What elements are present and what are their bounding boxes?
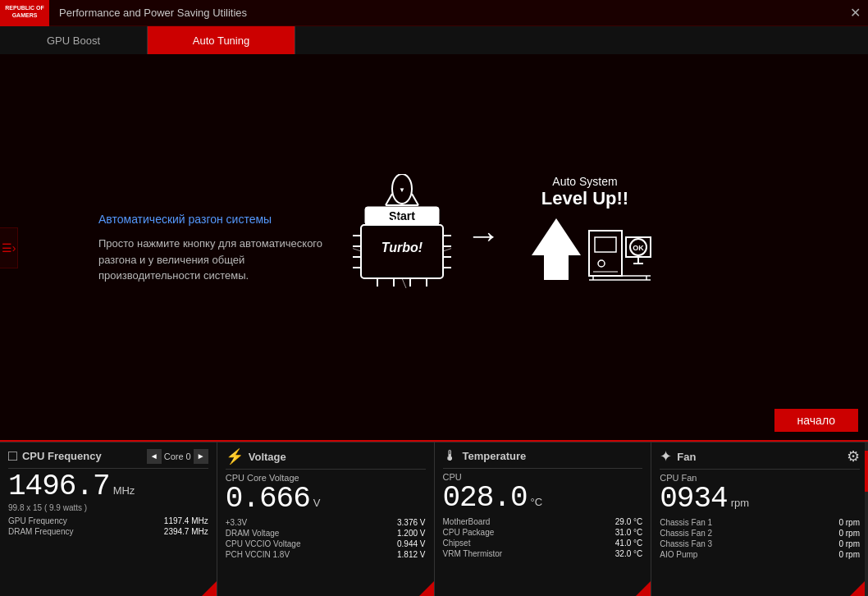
voltage-header: ⚡ Voltage	[226, 447, 426, 470]
gear-icon[interactable]: ⚙	[847, 447, 860, 465]
voltage-row-0-label: +3.3V	[226, 518, 247, 527]
svg-line-29	[402, 278, 406, 288]
stats-bar: □ CPU Frequency ◄ Core 0 ► 1496.7 MHz 99…	[0, 442, 868, 596]
svg-marker-32	[532, 218, 581, 280]
voltage-big-unit: V	[313, 497, 321, 509]
voltage-title: Voltage	[249, 451, 286, 463]
temp-row-3: VRM Thermistor 32.0 °C	[443, 548, 643, 559]
title-bar: REPUBLIC OF GAMERS Performance and Power…	[0, 0, 868, 26]
cpu-row-0: GPU Frequency 1197.4 MHz	[8, 516, 208, 526]
voltage-icon: ⚡	[226, 447, 244, 465]
voltage-row-1-value: 1.200 V	[397, 529, 425, 538]
tab-bar: GPU Boost Auto Tuning	[0, 26, 868, 54]
cpu-nav-label: Core 0	[164, 452, 191, 461]
svg-text:REPUBLIC OF: REPUBLIC OF	[5, 5, 44, 11]
fan-row-1: Chassis Fan 2 0 rpm	[660, 528, 860, 539]
voltage-row-2-value: 0.944 V	[397, 539, 425, 548]
svg-text:Turbo!: Turbo!	[381, 241, 423, 254]
cpu-row-1: DRAM Frequency 2394.7 MHz	[8, 526, 208, 537]
temp-row-0: MotherBoard 29.0 °C	[443, 516, 643, 527]
levelup-area: Auto System Level Up!! OK	[515, 175, 655, 296]
voltage-row-3: PCH VCCIN 1.8V 1.812 V	[226, 549, 426, 560]
levelup-label2: Level Up!!	[541, 188, 628, 209]
cpu-row-0-value: 1197.4 MHz	[164, 516, 208, 525]
temp-header: 🌡 Temperature	[443, 447, 643, 469]
start-chip: ▼ Start	[353, 174, 451, 297]
cpu-row-0-label: GPU Frequency	[8, 516, 67, 525]
text-block: Автоматический разгон системы Просто наж…	[98, 213, 328, 284]
levelup-svg: OK	[515, 214, 655, 296]
scroll-bar	[865, 442, 868, 596]
voltage-row-2: CPU VCCIO Voltage 0.944 V	[226, 539, 426, 549]
svg-line-5	[412, 194, 418, 205]
svg-line-31	[443, 248, 451, 251]
voltage-row-3-value: 1.812 V	[397, 550, 425, 559]
svg-text:Start: Start	[389, 209, 415, 222]
levelup-label1: Auto System	[552, 175, 617, 188]
cpu-big-value: 1496.7	[8, 472, 110, 502]
voltage-row-0-value: 3.376 V	[397, 518, 425, 527]
voltage-big-value: 0.666	[226, 484, 310, 514]
fan-section: ✦ Fan ⚙ CPU Fan 0934 rpm Chassis Fan 1 0…	[651, 442, 868, 596]
svg-line-4	[386, 194, 392, 205]
svg-rect-34	[595, 237, 616, 252]
temp-red-triangle	[634, 581, 651, 596]
fan-row-3: AIO Pump 0 rpm	[660, 549, 860, 560]
tab-gpu-boost[interactable]: GPU Boost	[0, 26, 148, 54]
temp-title: Temperature	[463, 450, 527, 462]
cpu-nav: ◄ Core 0 ►	[147, 449, 208, 464]
cpu-section: □ CPU Frequency ◄ Core 0 ► 1496.7 MHz 99…	[0, 442, 217, 596]
cpu-nav-prev[interactable]: ◄	[147, 449, 162, 464]
temp-section: 🌡 Temperature CPU 028.0 °C MotherBoard 2…	[435, 442, 652, 596]
cpu-sub-info: 99.8 x 15 ( 9.9 watts )	[8, 503, 208, 512]
voltage-big-row: 0.666 V	[226, 484, 426, 514]
side-handle[interactable]: ☰›	[0, 227, 18, 268]
red-triangle	[200, 581, 217, 596]
temp-row-2: Chipset 41.0 °C	[443, 538, 643, 548]
temp-big-unit: °C	[531, 496, 543, 508]
chip-svg: ▼ Start	[353, 174, 451, 297]
fan-row-0: Chassis Fan 1 0 rpm	[660, 517, 860, 528]
voltage-row-2-label: CPU VCCIO Voltage	[226, 539, 301, 548]
voltage-section: ⚡ Voltage CPU Core Voltage 0.666 V +3.3V…	[217, 442, 435, 596]
illustration: ▼ Start	[353, 174, 655, 297]
voltage-row-1: DRAM Voltage 1.200 V	[226, 528, 426, 539]
window-title: Performance and Power Saving Utilities	[49, 7, 842, 19]
main-content: ☰› Автоматический разгон системы Просто …	[0, 54, 868, 442]
cpu-nav-next[interactable]: ►	[194, 449, 208, 464]
voltage-row-0: +3.3V 3.376 V	[226, 517, 426, 528]
svg-point-35	[598, 260, 605, 267]
svg-text:▼: ▼	[399, 186, 405, 194]
cpu-row-1-value: 2394.7 MHz	[164, 527, 208, 536]
tab-auto-tuning[interactable]: Auto Tuning	[148, 26, 295, 54]
fan-title: Fan	[677, 451, 696, 463]
start-button[interactable]: начало	[774, 409, 858, 432]
temp-big-value: 028.0	[443, 484, 528, 513]
fan-header: ✦ Fan ⚙	[660, 447, 860, 470]
temp-row-1: CPU Package 31.0 °C	[443, 527, 643, 538]
fan-icon: ✦	[660, 447, 672, 465]
arrow-right: →	[466, 216, 500, 255]
cpu-big-value-row: 1496.7 MHz	[8, 472, 208, 502]
fan-big-row: 0934 rpm	[660, 484, 860, 514]
temp-icon: 🌡	[443, 447, 458, 465]
voltage-red-triangle	[418, 581, 434, 596]
close-button[interactable]: ✕	[842, 0, 868, 26]
cpu-header: □ CPU Frequency ◄ Core 0 ►	[8, 447, 208, 469]
fan-big-unit: rpm	[731, 497, 749, 509]
cpu-big-unit: MHz	[113, 484, 135, 497]
cpu-icon: □	[8, 447, 17, 465]
text-title: Автоматический разгон системы	[98, 213, 328, 226]
cpu-title: CPU Frequency	[22, 450, 102, 462]
scroll-thumb	[865, 451, 868, 492]
temp-big-row: 028.0 °C	[443, 484, 643, 513]
cpu-row-1-label: DRAM Frequency	[8, 527, 73, 536]
svg-text:OK: OK	[633, 244, 644, 252]
voltage-row-3-label: PCH VCCIN 1.8V	[226, 550, 290, 559]
fan-big-value: 0934	[660, 484, 727, 514]
text-desc: Просто нажмите кнопку для автоматическог…	[98, 236, 328, 284]
svg-line-30	[353, 248, 361, 251]
fan-row-2: Chassis Fan 3 0 rpm	[660, 539, 860, 549]
voltage-row-1-label: DRAM Voltage	[226, 529, 280, 538]
svg-text:GAMERS: GAMERS	[12, 12, 38, 18]
